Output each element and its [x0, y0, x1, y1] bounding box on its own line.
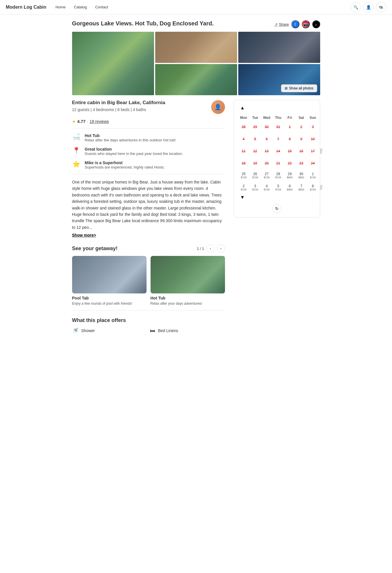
listing-details: 12 guests | 4 bedrooms | 6 beds | 4 bath…	[72, 107, 165, 112]
calendar-up-button[interactable]: ▲	[238, 104, 247, 112]
calendar-day[interactable]: 13	[262, 146, 272, 156]
calendar-day[interactable]: 26$728	[250, 170, 260, 181]
calendar-day[interactable]: 7	[273, 134, 284, 144]
calendar-day[interactable]: 1$728	[308, 170, 318, 181]
calendar-day[interactable]: 28$728	[273, 170, 284, 181]
calendar-cell: 2$728	[238, 181, 250, 194]
calendar-header-row: Mon Tue Wed Thu Fri Sat Sun	[238, 115, 319, 121]
amenity-superhost-title: Mike is a Superhost	[85, 160, 165, 165]
listing-right-column: ▲ Mon Tue Wed Thu Fri Sat Sun	[234, 100, 320, 334]
calendar-down-button[interactable]: ▼	[238, 194, 247, 201]
calendar-day[interactable]: 22	[285, 158, 295, 168]
calendar-day[interactable]: 17	[308, 146, 318, 156]
share-button[interactable]: ↗ Share	[275, 22, 289, 27]
reviews-link[interactable]: 18 reviews	[90, 119, 109, 124]
calendar-day[interactable]: 11	[239, 146, 249, 156]
tiktok-button[interactable]: ♪	[312, 20, 320, 28]
calendar-day[interactable]: 6	[262, 134, 272, 144]
calendar-nav-bottom: ▼	[238, 194, 316, 201]
pool-image[interactable]	[72, 256, 147, 293]
facebook-button[interactable]: f	[291, 20, 299, 28]
calendar-day[interactable]: 16	[296, 146, 307, 156]
pool-card-title: Pool Tab	[72, 296, 147, 300]
calendar-row-4: 25$72826$72827$72828$72829$85030$8501$72…	[238, 169, 319, 181]
calendar-day[interactable]: 30	[262, 122, 272, 132]
calendar-day[interactable]: 5$728	[273, 182, 284, 193]
show-all-photos-button[interactable]: ⊞ Show all photos	[281, 84, 317, 92]
photo-bottom-right[interactable]: ⊞ Show all photos	[238, 64, 320, 95]
amenity-hot-tub-title: Hot Tub	[85, 133, 176, 138]
calendar-cell: 10	[307, 133, 319, 145]
hottub-image[interactable]	[151, 256, 225, 293]
calendar-day[interactable]: 27$728	[262, 170, 272, 181]
pagination: 1 / 1 ‹ ›	[197, 244, 225, 252]
photo-bottom-center[interactable]	[155, 64, 237, 95]
nav-link-contact[interactable]: Contact	[92, 3, 112, 11]
calendar-day[interactable]: 2$728	[239, 182, 249, 193]
calendar-row-0: 28293031123	[238, 121, 319, 133]
nav-icon-group: 🔍 👤 🛍	[350, 2, 386, 12]
listing-title: Gorgeous Lake Views. Hot Tub, Dog Enclos…	[72, 20, 214, 27]
calendar-day[interactable]: 31	[273, 122, 284, 132]
calendar-cell: 3$728	[250, 181, 261, 194]
calendar-cell: 21	[273, 157, 284, 169]
photo-main[interactable]	[72, 32, 154, 95]
search-button[interactable]: 🔍	[350, 2, 361, 12]
calendar-day[interactable]: 2	[296, 122, 307, 132]
photo-top-right[interactable]	[238, 32, 320, 63]
calendar-day[interactable]: 30$850	[296, 170, 307, 181]
col-wed: Wed	[261, 115, 273, 121]
calendar-day[interactable]: 18	[239, 158, 249, 168]
calendar-cell: 30	[261, 121, 273, 133]
calendar-day[interactable]: 6$850	[285, 182, 295, 193]
calendar-day[interactable]: 8$728	[308, 182, 318, 193]
photo-top-center[interactable]	[155, 32, 237, 63]
calendar-cell: 29	[250, 121, 261, 133]
calendar-day[interactable]: 4	[239, 134, 249, 144]
calendar-day[interactable]: 10	[308, 134, 318, 144]
prev-page-button[interactable]: ‹	[207, 244, 215, 252]
month-label: Dec	[320, 185, 323, 190]
calendar-day[interactable]: 7$850	[296, 182, 307, 193]
nav-link-catalog[interactable]: Catalog	[70, 3, 90, 11]
bed-linens-label: Bed Linens	[158, 328, 178, 333]
calendar-cell: 26$728	[250, 169, 261, 181]
calendar-day[interactable]: 9	[296, 134, 307, 144]
show-all-label: Show all photos	[289, 86, 314, 90]
calendar-refresh-button[interactable]: ↻	[272, 204, 282, 213]
calendar-day[interactable]: 14	[273, 146, 284, 156]
bag-button[interactable]: 🛍	[376, 2, 386, 12]
instagram-button[interactable]: 📷	[302, 20, 310, 28]
calendar-day[interactable]: 24	[308, 158, 318, 168]
next-page-button[interactable]: ›	[217, 244, 225, 252]
calendar-day[interactable]: 12	[250, 146, 260, 156]
calendar-day[interactable]: 21	[273, 158, 284, 168]
prev-icon: ‹	[210, 247, 211, 250]
calendar-day[interactable]: 19	[250, 158, 260, 168]
calendar-day[interactable]: 4$728	[262, 182, 272, 193]
amenity-shower: 🚿 Shower	[72, 327, 147, 334]
user-button[interactable]: 👤	[363, 2, 374, 12]
calendar-cell: 25$728	[238, 169, 250, 181]
calendar-day[interactable]: 15	[285, 146, 295, 156]
month-label: Nov	[320, 149, 323, 154]
calendar-day[interactable]: 1	[285, 122, 295, 132]
calendar-day[interactable]: 5	[250, 134, 260, 144]
calendar-day[interactable]: 8	[285, 134, 295, 144]
calendar-day[interactable]: 20	[262, 158, 272, 168]
show-more-button[interactable]: Show more>	[72, 233, 96, 237]
calendar-day[interactable]: 3	[308, 122, 318, 132]
calendar-day[interactable]: 23	[296, 158, 307, 168]
calendar-day[interactable]: 29	[250, 122, 260, 132]
calendar-day[interactable]: 3$728	[250, 182, 260, 193]
calendar-cell: 19	[250, 157, 261, 169]
calendar-day[interactable]: 25$728	[239, 170, 249, 181]
amenity-location-desc: Guests who stayed here in the past year …	[85, 151, 183, 156]
divider-2	[72, 174, 225, 174]
calendar-day[interactable]: 28	[239, 122, 249, 132]
social-share-group: ↗ Share f 📷 ♪	[275, 20, 320, 28]
rating-score: 4.77	[77, 119, 86, 124]
getaway-card-pool: Pool Tab Enjoy a few rounds of pool with…	[72, 256, 147, 306]
calendar-day[interactable]: 29$850	[285, 170, 295, 181]
nav-link-home[interactable]: Home	[52, 3, 69, 11]
